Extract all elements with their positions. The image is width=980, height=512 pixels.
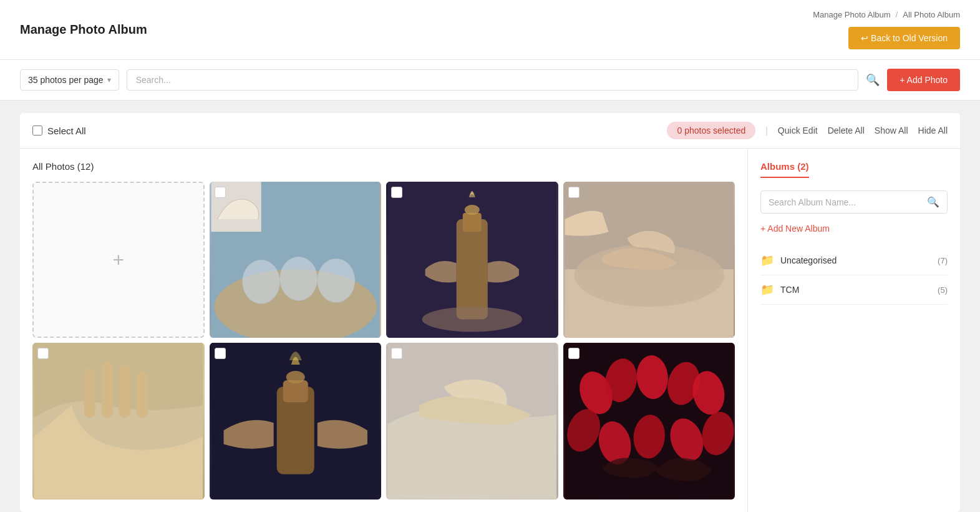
photo-checkbox[interactable] (37, 348, 49, 359)
chevron-down-icon: ▾ (107, 76, 111, 84)
quick-edit-button[interactable]: Quick Edit (778, 126, 818, 135)
add-new-album-button[interactable]: + Add New Album (760, 224, 830, 234)
photo-grid: + (32, 182, 735, 500)
search-box (127, 69, 859, 91)
toolbar: 35 photos per page ▾ 🔍 + Add Photo (0, 60, 980, 101)
main-panel: All Photos (12) + (20, 149, 960, 512)
per-page-label: 35 photos per page (28, 75, 104, 85)
photos-section: All Photos (12) + (20, 149, 748, 512)
search-button[interactable]: 🔍 (866, 73, 880, 87)
actions-right: 0 photos selected | Quick Edit Delete Al… (667, 122, 948, 139)
svg-point-3 (279, 257, 317, 300)
photo-item[interactable] (386, 182, 558, 338)
delete-all-button[interactable]: Delete All (828, 126, 865, 135)
content-area: Select All 0 photos selected | Quick Edi… (0, 101, 980, 512)
album-search-icon[interactable]: 🔍 (927, 196, 939, 208)
album-search-input[interactable] (769, 197, 927, 207)
photo-checkbox[interactable] (215, 187, 226, 198)
album-item-left: 📁 Uncategorised (760, 254, 837, 267)
photo-item[interactable] (563, 182, 735, 338)
album-list: 📁 Uncategorised (7) 📁 TCM (5) (760, 246, 948, 305)
photos-section-title: All Photos (12) (32, 161, 735, 172)
svg-point-22 (286, 372, 304, 384)
albums-title: Albums (2) (760, 161, 809, 178)
photo-checkbox[interactable] (568, 348, 580, 359)
plus-icon: + (112, 249, 124, 272)
breadcrumb-current: All Photo Album (903, 10, 960, 19)
photos-selected-badge: 0 photos selected (667, 122, 755, 139)
svg-rect-16 (102, 362, 113, 418)
search-icon: 🔍 (866, 74, 880, 86)
svg-rect-7 (457, 219, 488, 319)
svg-rect-17 (119, 365, 130, 418)
svg-point-4 (317, 258, 354, 302)
photo-checkbox[interactable] (215, 348, 226, 359)
album-count: (5) (938, 285, 948, 295)
album-name: Uncategorised (780, 255, 837, 265)
breadcrumb-parent: Manage Photo Album (813, 10, 890, 19)
albums-sidebar: Albums (2) 🔍 + Add New Album 📁 Uncategor… (748, 149, 960, 512)
photo-checkbox[interactable] (568, 187, 580, 198)
svg-point-10 (422, 307, 522, 332)
breadcrumb-separator: / (896, 10, 898, 19)
page-title: Manage Photo Album (20, 22, 147, 36)
photo-item[interactable] (386, 343, 558, 499)
svg-point-2 (242, 260, 279, 303)
photo-item[interactable] (563, 343, 735, 499)
action-separator-1: | (765, 126, 768, 135)
search-input[interactable] (136, 75, 850, 85)
svg-point-9 (465, 205, 480, 215)
folder-icon: 📁 (760, 254, 774, 267)
album-search-box: 🔍 (760, 190, 948, 214)
photo-checkbox[interactable] (391, 187, 402, 198)
breadcrumb: Manage Photo Album / All Photo Album (813, 10, 960, 19)
album-count: (7) (938, 256, 948, 265)
per-page-select[interactable]: 35 photos per page ▾ (20, 69, 119, 91)
album-item-left: 📁 TCM (760, 283, 799, 297)
svg-rect-15 (84, 368, 95, 418)
photo-item[interactable] (210, 343, 382, 499)
svg-rect-21 (283, 381, 308, 403)
select-all-checkbox[interactable] (32, 126, 42, 135)
photo-item[interactable] (32, 343, 205, 499)
svg-rect-8 (463, 213, 482, 232)
select-all-label[interactable]: Select All (47, 126, 86, 136)
album-name: TCM (780, 285, 799, 295)
back-to-old-version-button[interactable]: ↩ Back to Old Version (848, 27, 960, 49)
photo-checkbox[interactable] (391, 348, 402, 359)
selection-bar: Select All 0 photos selected | Quick Edi… (20, 113, 960, 149)
folder-icon: 📁 (760, 283, 774, 297)
album-item-uncategorised[interactable]: 📁 Uncategorised (7) (760, 246, 948, 275)
svg-rect-18 (137, 372, 148, 418)
hide-all-button[interactable]: Hide All (918, 126, 948, 135)
upload-photo-placeholder[interactable]: + (32, 182, 205, 338)
photo-item[interactable] (210, 182, 382, 338)
select-all-wrap[interactable]: Select All (32, 126, 86, 136)
album-item-tcm[interactable]: 📁 TCM (5) (760, 275, 948, 305)
top-header: Manage Photo Album Manage Photo Album / … (0, 0, 980, 60)
show-all-button[interactable]: Show All (875, 126, 908, 135)
add-photo-button[interactable]: + Add Photo (887, 69, 960, 91)
